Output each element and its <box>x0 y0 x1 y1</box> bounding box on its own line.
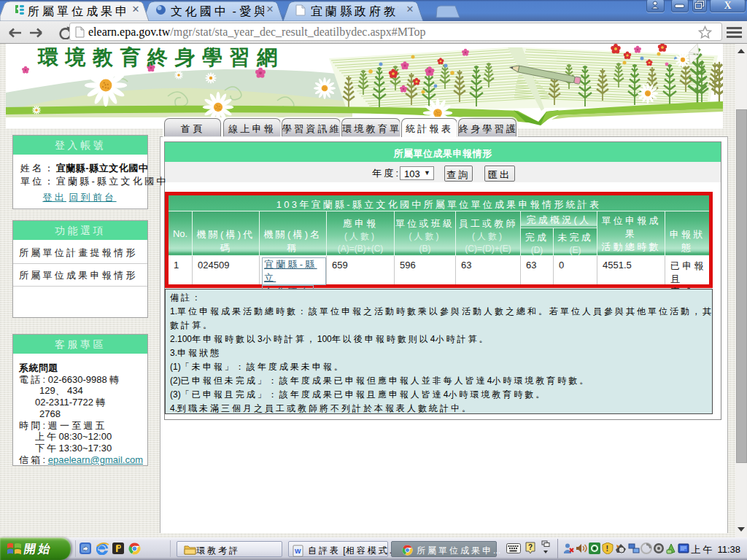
svg-text:W: W <box>295 548 301 555</box>
svg-text:!: ! <box>606 544 609 553</box>
svg-text:?: ? <box>528 543 533 551</box>
